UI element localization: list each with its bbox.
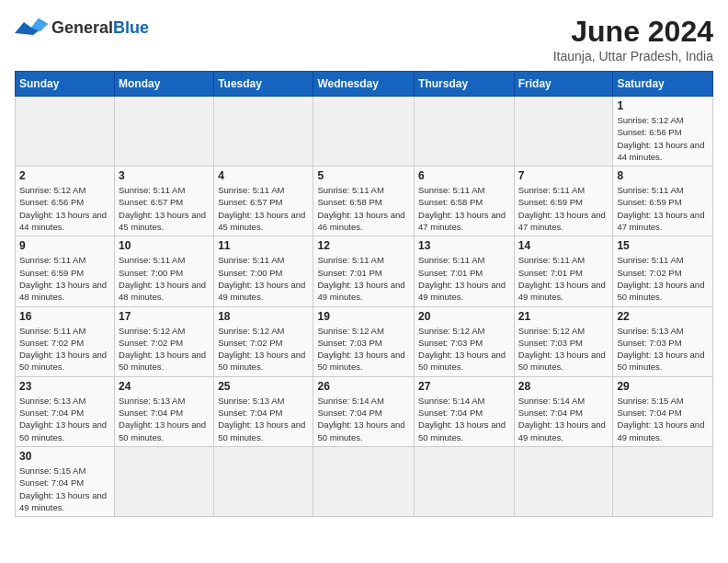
day-info: Sunrise: 5:14 AMSunset: 7:04 PMDaylight:… [418, 395, 510, 443]
day-number: 7 [518, 169, 609, 182]
day-info: Sunrise: 5:11 AMSunset: 7:01 PMDaylight:… [518, 254, 609, 303]
calendar-day-cell: 27Sunrise: 5:14 AMSunset: 7:04 PMDayligh… [415, 376, 515, 446]
calendar-week-row: 1Sunrise: 5:12 AMSunset: 6:56 PMDaylight… [16, 97, 713, 167]
calendar-day-cell: 6Sunrise: 5:11 AMSunset: 6:58 PMDaylight… [415, 167, 515, 236]
weekday-header: Friday [514, 72, 613, 97]
weekday-header: Wednesday [313, 72, 415, 97]
day-number: 10 [119, 239, 210, 252]
calendar-day-cell: 17Sunrise: 5:12 AMSunset: 7:02 PMDayligh… [115, 306, 214, 376]
day-number: 3 [119, 169, 210, 182]
calendar-day-cell: 23Sunrise: 5:13 AMSunset: 7:04 PMDayligh… [16, 376, 115, 446]
day-number: 15 [617, 239, 709, 252]
day-info: Sunrise: 5:11 AMSunset: 6:57 PMDaylight:… [218, 184, 309, 233]
calendar-week-row: 16Sunrise: 5:11 AMSunset: 7:02 PMDayligh… [16, 306, 713, 376]
day-info: Sunrise: 5:12 AMSunset: 7:03 PMDaylight:… [317, 325, 410, 373]
calendar-day-cell: 5Sunrise: 5:11 AMSunset: 6:58 PMDaylight… [313, 167, 415, 236]
calendar-day-cell: 8Sunrise: 5:11 AMSunset: 6:59 PMDaylight… [613, 167, 713, 236]
day-info: Sunrise: 5:12 AMSunset: 6:56 PMDaylight:… [19, 184, 110, 233]
day-info: Sunrise: 5:11 AMSunset: 7:00 PMDaylight:… [119, 254, 210, 303]
calendar-day-cell: 1Sunrise: 5:12 AMSunset: 6:56 PMDaylight… [613, 97, 713, 167]
day-info: Sunrise: 5:12 AMSunset: 7:02 PMDaylight:… [218, 325, 309, 373]
weekday-header: Tuesday [214, 72, 313, 97]
day-number: 11 [218, 239, 309, 252]
day-info: Sunrise: 5:11 AMSunset: 7:01 PMDaylight:… [317, 254, 410, 303]
day-info: Sunrise: 5:11 AMSunset: 7:02 PMDaylight:… [617, 254, 709, 303]
calendar-day-cell [214, 446, 313, 516]
day-number: 14 [518, 239, 609, 252]
calendar-week-row: 23Sunrise: 5:13 AMSunset: 7:04 PMDayligh… [16, 376, 713, 446]
day-number: 5 [317, 169, 410, 182]
title-block: June 2024 Itaunja, Uttar Pradesh, India [553, 15, 713, 63]
day-info: Sunrise: 5:13 AMSunset: 7:04 PMDaylight:… [218, 395, 309, 443]
calendar-day-cell [313, 446, 415, 516]
weekday-header: Sunday [16, 72, 115, 97]
calendar-day-cell [613, 446, 713, 516]
calendar-day-cell: 7Sunrise: 5:11 AMSunset: 6:59 PMDaylight… [514, 167, 613, 236]
day-number: 27 [418, 380, 510, 393]
day-number: 24 [119, 380, 210, 393]
logo-icon [15, 15, 48, 40]
month-title: June 2024 [553, 15, 713, 49]
calendar-day-cell: 4Sunrise: 5:11 AMSunset: 6:57 PMDaylight… [214, 167, 313, 236]
day-number: 21 [518, 310, 609, 323]
day-info: Sunrise: 5:12 AMSunset: 7:03 PMDaylight:… [418, 325, 510, 373]
weekday-header: Saturday [613, 72, 713, 97]
calendar-day-cell [214, 97, 313, 167]
day-number: 29 [617, 380, 709, 393]
day-number: 19 [317, 310, 410, 323]
day-info: Sunrise: 5:11 AMSunset: 6:58 PMDaylight:… [418, 184, 510, 233]
day-info: Sunrise: 5:15 AMSunset: 7:04 PMDaylight:… [19, 465, 110, 513]
calendar-day-cell [514, 97, 613, 167]
calendar-day-cell: 29Sunrise: 5:15 AMSunset: 7:04 PMDayligh… [613, 376, 713, 446]
day-number: 26 [317, 380, 410, 393]
day-info: Sunrise: 5:11 AMSunset: 6:59 PMDaylight:… [518, 184, 609, 233]
day-info: Sunrise: 5:11 AMSunset: 7:01 PMDaylight:… [418, 254, 510, 303]
day-number: 17 [119, 310, 210, 323]
calendar-week-row: 9Sunrise: 5:11 AMSunset: 6:59 PMDaylight… [16, 236, 713, 306]
day-number: 6 [418, 169, 510, 182]
calendar-day-cell [514, 446, 613, 516]
day-number: 30 [19, 450, 110, 463]
calendar-day-cell [16, 97, 115, 167]
calendar-day-cell [415, 97, 515, 167]
calendar-day-cell: 9Sunrise: 5:11 AMSunset: 6:59 PMDaylight… [16, 236, 115, 306]
day-number: 12 [317, 239, 410, 252]
day-number: 2 [19, 169, 110, 182]
calendar-day-cell: 28Sunrise: 5:14 AMSunset: 7:04 PMDayligh… [514, 376, 613, 446]
weekday-header: Thursday [415, 72, 515, 97]
day-number: 4 [218, 169, 309, 182]
calendar-day-cell: 11Sunrise: 5:11 AMSunset: 7:00 PMDayligh… [214, 236, 313, 306]
calendar-day-cell: 25Sunrise: 5:13 AMSunset: 7:04 PMDayligh… [214, 376, 313, 446]
day-number: 25 [218, 380, 309, 393]
logo-text: GeneralBlue [51, 18, 149, 38]
calendar-day-cell [115, 446, 214, 516]
calendar-header: SundayMondayTuesdayWednesdayThursdayFrid… [16, 72, 713, 97]
calendar-day-cell: 20Sunrise: 5:12 AMSunset: 7:03 PMDayligh… [415, 306, 515, 376]
day-number: 22 [617, 310, 709, 323]
day-info: Sunrise: 5:12 AMSunset: 7:03 PMDaylight:… [518, 325, 609, 373]
day-info: Sunrise: 5:13 AMSunset: 7:04 PMDaylight:… [19, 395, 110, 443]
calendar-day-cell: 16Sunrise: 5:11 AMSunset: 7:02 PMDayligh… [16, 306, 115, 376]
day-number: 1 [617, 99, 709, 112]
location-subtitle: Itaunja, Uttar Pradesh, India [553, 49, 713, 63]
calendar-day-cell: 22Sunrise: 5:13 AMSunset: 7:03 PMDayligh… [613, 306, 713, 376]
day-info: Sunrise: 5:14 AMSunset: 7:04 PMDaylight:… [518, 395, 609, 443]
day-info: Sunrise: 5:11 AMSunset: 7:02 PMDaylight:… [19, 325, 110, 373]
day-number: 18 [218, 310, 309, 323]
calendar-day-cell: 30Sunrise: 5:15 AMSunset: 7:04 PMDayligh… [16, 446, 115, 516]
day-number: 8 [617, 169, 709, 182]
calendar-day-cell [313, 97, 415, 167]
calendar-day-cell: 14Sunrise: 5:11 AMSunset: 7:01 PMDayligh… [514, 236, 613, 306]
calendar-day-cell: 21Sunrise: 5:12 AMSunset: 7:03 PMDayligh… [514, 306, 613, 376]
calendar-day-cell [115, 97, 214, 167]
calendar-day-cell: 18Sunrise: 5:12 AMSunset: 7:02 PMDayligh… [214, 306, 313, 376]
day-number: 9 [19, 239, 110, 252]
day-info: Sunrise: 5:11 AMSunset: 6:58 PMDaylight:… [317, 184, 410, 233]
page-header: GeneralBlue June 2024 Itaunja, Uttar Pra… [15, 15, 713, 63]
calendar-week-row: 30Sunrise: 5:15 AMSunset: 7:04 PMDayligh… [16, 446, 713, 516]
day-number: 23 [19, 380, 110, 393]
day-info: Sunrise: 5:12 AMSunset: 7:02 PMDaylight:… [119, 325, 210, 373]
calendar-day-cell: 19Sunrise: 5:12 AMSunset: 7:03 PMDayligh… [313, 306, 415, 376]
calendar-day-cell [415, 446, 515, 516]
calendar-day-cell: 15Sunrise: 5:11 AMSunset: 7:02 PMDayligh… [613, 236, 713, 306]
